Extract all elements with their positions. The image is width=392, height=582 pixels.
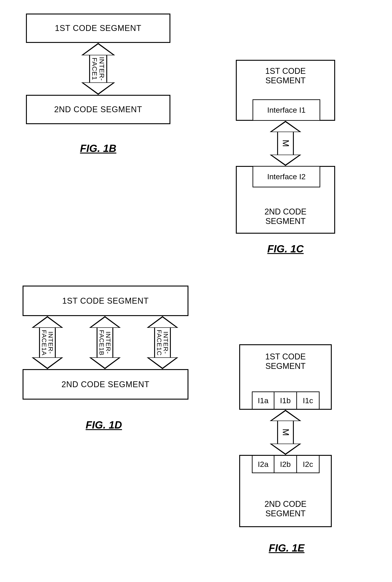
fig1c-top-iface: Interface I1	[252, 99, 320, 121]
fig1d-arrow3-label: INTER- FACE1C	[156, 330, 169, 356]
fig1b-arrow: INTER- FACE1	[81, 43, 115, 95]
fig1c-bottom-box: Interface I2 2ND CODE SEGMENT	[236, 166, 335, 234]
fig1c-caption: FIG. 1C	[257, 243, 314, 255]
fig1d-arrow-1: INTER- FACE1A	[32, 316, 63, 369]
fig1c-bottom-iface-label: Interface I2	[267, 172, 306, 181]
fig1e-bottom-label: 2ND CODE SEGMENT	[240, 499, 331, 518]
fig1d-top-box: 1ST CODE SEGMENT	[22, 286, 188, 316]
fig1c-top-label: 1ST CODE SEGMENT	[237, 66, 334, 85]
fig1c-top-box: 1ST CODE SEGMENT Interface I1	[236, 60, 335, 121]
fig1e-bottom-box: I2a I2b I2c 2ND CODE SEGMENT	[239, 455, 332, 527]
fig1e-top-iface-2: I1b	[274, 391, 297, 409]
fig1d-bottom-box: 2ND CODE SEGMENT	[22, 369, 188, 400]
fig1e-arrow-label: M	[281, 429, 290, 436]
fig1d-arrow-2: INTER- FACE1B	[89, 316, 121, 369]
fig1e-bottom-iface-1: I2a	[252, 455, 274, 473]
fig1b-top-box: 1ST CODE SEGMENT	[26, 14, 170, 43]
fig1d-top-label: 1ST CODE SEGMENT	[62, 296, 149, 306]
fig1b-caption: FIG. 1B	[70, 142, 126, 154]
fig1d-caption: FIG. 1D	[76, 419, 132, 431]
fig1e-bottom-iface-3: I2c	[297, 455, 320, 473]
fig1c-arrow-label: M	[281, 140, 290, 147]
fig1d-arrow2-label: INTER- FACE1B	[98, 330, 112, 355]
fig1e-top-iface-3: I1c	[297, 391, 320, 409]
fig1b-arrow-label: INTER- FACE1	[91, 57, 106, 81]
fig1b-bottom-box: 2ND CODE SEGMENT	[26, 95, 170, 124]
fig1e-top-box: 1ST CODE SEGMENT I1a I1b I1c	[239, 344, 332, 410]
fig1d-bottom-label: 2ND CODE SEGMENT	[62, 380, 150, 389]
fig1c-arrow: M	[270, 121, 301, 166]
fig1e-bottom-iface-row: I2a I2b I2c	[252, 455, 320, 473]
fig1e-arrow: M	[270, 410, 301, 455]
fig1e-bottom-iface-2: I2b	[274, 455, 297, 473]
fig1e-top-label: 1ST CODE SEGMENT	[240, 352, 331, 371]
fig1e-top-iface-row: I1a I1b I1c	[252, 391, 320, 409]
fig1d-arrow1-label: INTER- FACE1A	[41, 330, 54, 355]
fig1c-bottom-iface: Interface I2	[252, 166, 320, 187]
fig1e-top-iface-1: I1a	[252, 391, 274, 409]
fig1c-top-iface-label: Interface I1	[267, 106, 306, 115]
fig1c-bottom-label: 2ND CODE SEGMENT	[237, 207, 334, 226]
fig1e-caption: FIG. 1E	[258, 542, 315, 554]
fig1d-arrow-3: INTER- FACE1C	[147, 316, 178, 369]
fig1b-bottom-label: 2ND CODE SEGMENT	[54, 105, 142, 114]
fig1b-top-label: 1ST CODE SEGMENT	[55, 24, 141, 33]
